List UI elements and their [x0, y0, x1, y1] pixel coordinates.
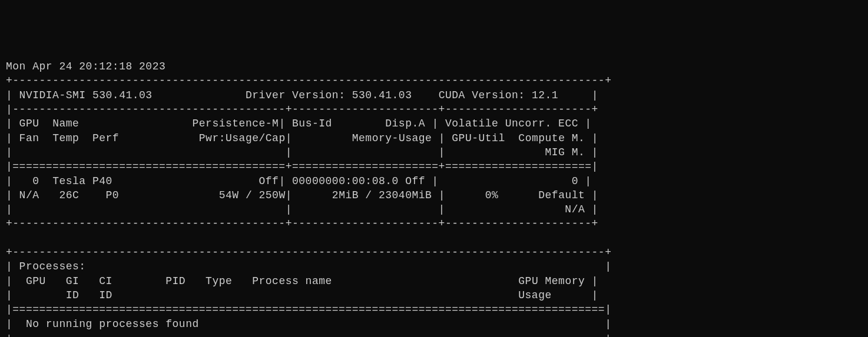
gpu-disp-a: Off [405, 175, 425, 187]
col-fan: Fan [19, 132, 39, 144]
processes-title: Processes: [19, 261, 86, 272]
col-compute-m: Compute M. [518, 132, 585, 144]
proc-ci: CI [99, 275, 112, 287]
processes-message: No running processes found [26, 318, 199, 330]
col-pwr: Pwr:Usage/Cap [199, 132, 286, 144]
col-disp-a: Disp.A [385, 118, 425, 129]
gpu-pwr-cap: 250W [259, 189, 286, 201]
driver-label: Driver Version: [246, 89, 346, 101]
col-perf: Perf [92, 132, 119, 144]
proc-gpu-memory: GPU Memory [518, 275, 585, 287]
proc-type: Type [206, 275, 232, 287]
gpu-mig-m: N/A [565, 203, 585, 215]
proc-gi: GI [66, 275, 79, 287]
col-gpu-util: GPU-Util [452, 132, 505, 144]
smi-label: NVIDIA-SMI [19, 89, 86, 101]
proc-ci-id: ID [99, 289, 112, 301]
gpu-pwr-usage: 54W [219, 189, 239, 201]
gpu-index: 0 [32, 175, 39, 187]
col-memory-usage: Memory-Usage [352, 132, 432, 144]
gpu-mem-used: 2MiB [332, 189, 359, 201]
proc-usage: Usage [518, 289, 552, 301]
col-volatile: Volatile Uncorr. ECC [445, 118, 578, 129]
gpu-perf: P0 [106, 189, 120, 201]
proc-name: Process name [252, 275, 332, 287]
cuda-label: CUDA Version: [439, 89, 525, 101]
gpu-ecc: 0 [572, 175, 578, 187]
proc-pid: PID [165, 275, 185, 287]
col-mig-m: MIG M. [545, 146, 585, 158]
proc-gi-id: ID [66, 289, 79, 301]
gpu-name: Tesla P40 [52, 175, 112, 187]
proc-gpu: GPU [26, 275, 46, 287]
col-temp: Temp [52, 132, 79, 144]
gpu-persistence: Off [259, 175, 279, 187]
gpu-compute-m: Default [538, 189, 585, 201]
gpu-fan: N/A [19, 189, 39, 201]
timestamp: Mon Apr 24 20:12:18 2023 [6, 61, 165, 72]
col-persistence: Persistence-M [192, 118, 279, 129]
col-name: Name [52, 118, 79, 129]
gpu-util: 0% [485, 189, 499, 201]
cuda-version: 12.1 [532, 89, 558, 101]
terminal-output: Mon Apr 24 20:12:18 2023 +--------------… [6, 59, 862, 337]
gpu-mem-total: 23040MiB [379, 189, 432, 201]
col-bus-id: Bus-Id [292, 118, 332, 129]
smi-version: 530.41.03 [92, 89, 153, 101]
driver-version: 530.41.03 [352, 89, 412, 101]
gpu-bus-id: 00000000:00:08.0 [292, 175, 399, 187]
gpu-temp: 26C [59, 189, 79, 201]
col-gpu: GPU [19, 118, 39, 129]
